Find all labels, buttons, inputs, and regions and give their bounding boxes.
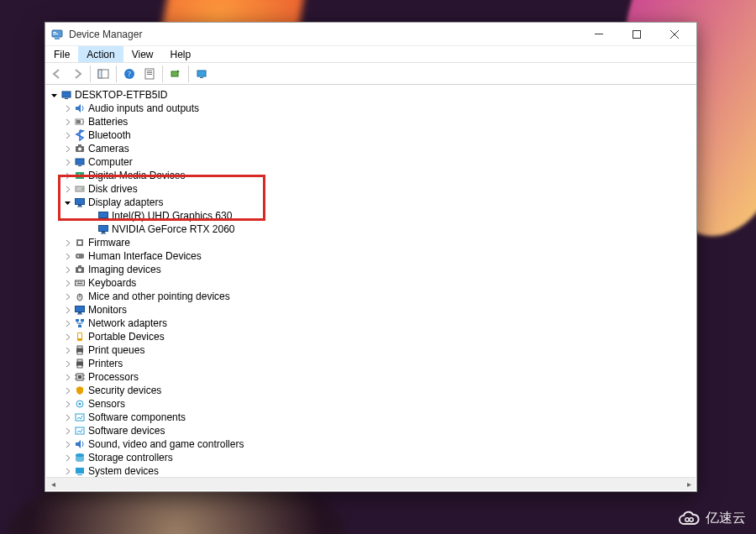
svg-point-44 [78,269,81,272]
horizontal-scrollbar[interactable]: ◂ ▸ [46,477,696,490]
tree-category-node[interactable]: System devices [62,464,696,478]
chevron-right-icon[interactable] [62,427,72,435]
computer-icon [60,88,73,102]
tree-category-node[interactable]: Cameras [62,142,696,155]
tree-category-node[interactable]: Audio inputs and outputs [62,102,696,115]
forward-button[interactable] [68,65,87,83]
chevron-right-icon[interactable] [62,280,72,287]
chevron-right-icon[interactable] [62,239,72,247]
svg-rect-50 [81,281,82,282]
tree-category-node[interactable]: Keyboards [62,276,696,290]
camera-icon [73,142,87,155]
maximize-button[interactable] [617,23,655,46]
chevron-right-icon[interactable] [62,414,72,421]
svg-rect-49 [80,281,81,282]
tree-category-node[interactable]: Portable Devices [62,330,696,343]
chevron-right-icon[interactable] [62,360,72,368]
chevron-right-icon[interactable] [62,400,72,408]
chevron-right-icon[interactable] [62,441,72,448]
close-button[interactable] [655,23,693,46]
chevron-right-icon[interactable] [62,105,72,113]
chevron-right-icon[interactable] [62,118,72,126]
svg-rect-13 [147,74,152,75]
menu-file[interactable]: File [45,46,78,62]
svg-rect-16 [200,77,203,78]
show-hide-console-button[interactable] [94,65,113,83]
svg-point-23 [78,148,81,151]
back-button[interactable] [48,65,66,83]
portable-icon [73,330,87,343]
chevron-right-icon[interactable] [62,333,72,341]
tree-root-node[interactable]: DESKTOP-ETFB5ID [49,88,696,102]
menu-view[interactable]: View [123,46,162,62]
tree-category-node[interactable]: Software devices [62,424,696,437]
network-icon [73,317,87,330]
chevron-right-icon[interactable] [62,145,72,153]
scroll-right-button[interactable]: ▸ [682,478,696,491]
svg-rect-20 [83,121,84,123]
display-icon [97,222,110,236]
toolbar: ? [45,63,696,85]
menu-action[interactable]: Action [78,46,123,62]
display-icon [73,196,87,209]
system-icon [73,464,87,478]
tree-category-node[interactable]: Software components [62,411,696,424]
chevron-right-icon[interactable] [62,306,72,314]
category-label: Printers [88,357,123,370]
category-label: Digital Media Devices [88,169,185,182]
tree-category-node[interactable]: Display adapters [62,196,696,209]
tree-category-node[interactable]: Printers [62,357,696,370]
tree-category-node[interactable]: Monitors [62,303,696,317]
tree-category-node[interactable]: Print queues [62,343,696,357]
chevron-right-icon[interactable] [62,132,72,139]
category-label: Storage controllers [88,451,173,464]
svg-rect-76 [76,414,84,421]
chevron-right-icon[interactable] [62,172,72,180]
tree-device-node[interactable]: NVIDIA GeForce RTX 2060 [76,222,696,236]
menu-help[interactable]: Help [162,46,200,62]
chevron-right-icon[interactable] [62,374,72,381]
chevron-down-icon[interactable] [49,92,59,99]
tree-category-node[interactable]: Digital Media Devices [62,169,696,182]
svg-text:?: ? [128,70,131,78]
svg-rect-56 [77,314,82,315]
tree-category-node[interactable]: Imaging devices [62,263,696,276]
tree-category-node[interactable]: Human Interface Devices [62,249,696,263]
chevron-right-icon[interactable] [62,454,72,462]
cloud-icon [677,510,701,527]
tree-category-node[interactable]: Sensors [62,397,696,411]
chevron-right-icon[interactable] [62,347,72,354]
tree-device-node[interactable]: Intel(R) UHD Graphics 630 [76,209,696,222]
chevron-down-icon[interactable] [62,199,72,207]
tree-category-node[interactable]: Mice and other pointing devices [62,290,696,303]
chevron-right-icon[interactable] [62,159,72,166]
svg-rect-31 [78,205,81,207]
svg-rect-4 [595,34,603,34]
tree-category-node[interactable]: Network adapters [62,317,696,330]
tree-category-node[interactable]: Processors [62,370,696,384]
svg-rect-67 [77,365,82,368]
tree-category-node[interactable]: Security devices [62,384,696,397]
chevron-right-icon[interactable] [62,266,72,274]
chevron-right-icon[interactable] [62,253,72,260]
properties-button[interactable] [140,65,159,83]
chevron-right-icon[interactable] [62,320,72,327]
tree-category-node[interactable]: Sound, video and game controllers [62,437,696,451]
help-button[interactable]: ? [120,65,139,83]
svg-rect-37 [102,232,105,233]
chevron-right-icon[interactable] [62,468,72,475]
scroll-left-button[interactable]: ◂ [46,478,60,491]
scan-hardware-button[interactable] [166,65,185,83]
tree-category-node[interactable]: Batteries [62,115,696,128]
tree-category-node[interactable]: Storage controllers [62,451,696,464]
tree-content[interactable]: DESKTOP-ETFB5IDAudio inputs and outputsB… [45,85,696,491]
chevron-right-icon[interactable] [62,293,72,301]
chevron-right-icon[interactable] [62,186,72,193]
devices-and-printers-button[interactable] [192,65,211,83]
tree-category-node[interactable]: Bluetooth [62,128,696,142]
tree-category-node[interactable]: Disk drives [62,182,696,196]
chevron-right-icon[interactable] [62,387,72,395]
minimize-button[interactable] [580,23,617,46]
tree-category-node[interactable]: Firmware [62,236,696,249]
tree-category-node[interactable]: Computer [62,155,696,169]
